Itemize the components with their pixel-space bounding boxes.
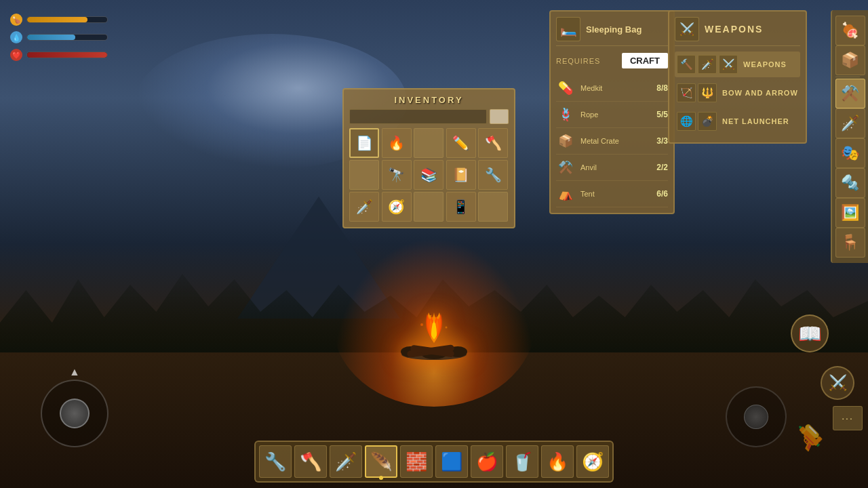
joystick-right-inner (744, 405, 768, 429)
requires-label: REQUIRES (556, 57, 600, 65)
health-bar: ❤️ (10, 49, 108, 61)
resource-count-1: 5/5 (656, 110, 668, 119)
weapons-title: WEAPONS (705, 24, 763, 35)
inventory-search-row (349, 109, 509, 124)
weapon-slot-0-2: ⚔️ (719, 55, 738, 74)
resource-row-4: ⛺ Tent 6/6 (556, 181, 668, 207)
weapon-slot-1-0: 🏹 (677, 83, 696, 102)
book-button[interactable]: 📖 (791, 314, 829, 352)
hotbar-slot-4[interactable]: 🧱 (400, 445, 433, 478)
inventory-slot-0[interactable]: 📄 (349, 128, 379, 158)
hotbar-slot-8[interactable]: 🔥 (541, 445, 574, 478)
inventory-slot-8[interactable]: 📔 (446, 160, 476, 190)
craft-button[interactable]: CRAFT (622, 53, 668, 68)
requires-row: REQUIRES CRAFT (556, 53, 668, 68)
weapons-header: ⚔️ WEAPONS (675, 17, 800, 46)
craft-resources: 💊 Medkit 8/8 🪢 Rope 5/5 📦 Metal Crate 3/… (556, 75, 668, 207)
resource-count-0: 8/8 (656, 83, 668, 93)
inventory-title: INVENTORY (349, 95, 509, 105)
weapon-category-2[interactable]: 🌐💣 NET LAUNCHER (675, 108, 800, 134)
water-fill (27, 35, 75, 40)
resource-icon-4: ⛺ (556, 184, 575, 203)
inventory-search[interactable] (349, 109, 487, 124)
inventory-slot-3[interactable]: ✏️ (446, 128, 476, 158)
weapon-category-0[interactable]: 🔨🗡️⚔️ WEAPONS (675, 52, 800, 77)
craft-panel: 🛏️ Sleeping Bag REQUIRES CRAFT 💊 Medkit … (549, 10, 675, 214)
joystick-left[interactable]: ▲ (41, 380, 108, 447)
sidebar-btn-storage-icon[interactable]: 📦 (835, 45, 865, 75)
inventory-slot-5[interactable] (349, 160, 379, 190)
weapon-slot-0-0: 🔨 (677, 55, 696, 74)
hotbar-slot-2[interactable]: 🗡️ (330, 445, 362, 478)
weapon-slot-2-0: 🌐 (677, 112, 696, 131)
resource-icon-1: 🪢 (556, 105, 575, 124)
hotbar-slot-9[interactable]: 🧭 (576, 445, 609, 478)
weapon-slots-0: 🔨🗡️⚔️ (677, 55, 738, 74)
weapon-category-1[interactable]: 🏹🔱 BOW AND ARROW (675, 80, 800, 106)
water-icon: 💧 (10, 31, 22, 43)
inventory-slot-7[interactable]: 📚 (414, 160, 443, 190)
weapons-categories: 🔨🗡️⚔️ WEAPONS 🏹🔱 BOW AND ARROW 🌐💣 NET LA… (675, 52, 800, 134)
joystick-left-inner (60, 399, 90, 428)
resource-icon-3: ⚒️ (556, 158, 575, 177)
weapon-cat-name-1: BOW AND ARROW (722, 89, 798, 97)
inventory-panel: INVENTORY 📄🔥✏️🪓🔭📚📔🔧🗡️🧭📱 (342, 88, 515, 228)
inventory-slot-14[interactable] (478, 192, 508, 222)
sidebar-icons: 🍖📦⚒️🗡️🎭🔩🖼️🪑 (835, 16, 865, 258)
inventory-slot-13[interactable]: 📱 (446, 192, 476, 222)
sidebar-btn-map-icon[interactable]: 🖼️ (835, 198, 865, 228)
sidebar-btn-craft-icon[interactable]: ⚒️ (835, 79, 865, 108)
food-bar: 🍗 (10, 14, 108, 26)
inventory-slot-9[interactable]: 🔧 (478, 160, 508, 190)
sidebar-divider (835, 77, 860, 77)
craft-header: 🛏️ Sleeping Bag (556, 17, 668, 46)
hotbar-slot-6[interactable]: 🍎 (471, 445, 503, 478)
weapon-slots-1: 🏹🔱 (677, 83, 717, 102)
hotbar-slot-5[interactable]: 🟦 (435, 445, 468, 478)
resource-name-4: Tent (580, 190, 651, 198)
inventory-grid: 📄🔥✏️🪓🔭📚📔🔧🗡️🧭📱 (349, 128, 509, 222)
inventory-slot-12[interactable] (414, 192, 443, 222)
joystick-right[interactable] (726, 386, 787, 447)
inventory-color-swatch[interactable] (490, 109, 509, 124)
resource-icon-0: 💊 (556, 79, 575, 98)
sidebar-btn-armor-icon[interactable]: 🎭 (835, 138, 865, 168)
resource-row-2: 📦 Metal Crate 3/3 (556, 128, 668, 155)
hotbar-slot-7[interactable]: 🥤 (506, 445, 538, 478)
sidebar-btn-weapons-icon[interactable]: 🗡️ (835, 108, 865, 138)
weapon-cat-name-0: WEAPONS (743, 60, 787, 68)
weapons-header-icon: ⚔️ (675, 17, 699, 41)
joystick-left-outer: ▲ (41, 380, 108, 447)
craft-item-icon: 🛏️ (556, 17, 580, 41)
inventory-slot-11[interactable]: 🧭 (382, 192, 412, 222)
food-icon: 🍗 (10, 14, 22, 26)
inventory-slot-6[interactable]: 🔭 (382, 160, 412, 190)
attack-button[interactable]: ⚔️ (821, 366, 854, 400)
joystick-up-arrow: ▲ (69, 366, 80, 378)
inventory-slot-1[interactable]: 🔥 (382, 128, 412, 158)
hotbar: 🔧🪓🗡️🪶🧱🟦🍎🥤🔥🧭 (254, 441, 614, 483)
resource-name-1: Rope (580, 110, 651, 119)
resource-count-2: 3/3 (656, 136, 668, 146)
sidebar-btn-food-icon[interactable]: 🍖 (835, 16, 865, 45)
resource-row-3: ⚒️ Anvil 2/2 (556, 155, 668, 181)
resource-count-3: 2/2 (656, 163, 668, 172)
craft-item-name: Sleeping Bag (586, 24, 642, 35)
resource-row-0: 💊 Medkit 8/8 (556, 75, 668, 102)
water-track (26, 34, 108, 41)
inventory-slot-2[interactable] (414, 128, 443, 158)
health-track (26, 52, 108, 58)
inventory-slot-4[interactable]: 🪓 (478, 128, 508, 158)
water-bar: 💧 (10, 31, 108, 43)
sidebar-btn-furniture-icon[interactable]: 🪑 (835, 228, 865, 258)
right-sidebar: 🍖📦⚒️🗡️🎭🔩🖼️🪑 (831, 10, 868, 263)
svg-point-6 (420, 323, 423, 326)
resource-icon-2: 📦 (556, 131, 575, 150)
hotbar-slot-0[interactable]: 🔧 (259, 445, 292, 478)
inventory-slot-10[interactable]: 🗡️ (349, 192, 379, 222)
hotbar-slot-1[interactable]: 🪓 (294, 445, 327, 478)
more-button[interactable]: ··· (833, 406, 863, 430)
weapon-slot-0-1: 🗡️ (698, 55, 717, 74)
hotbar-slot-3[interactable]: 🪶 (365, 445, 397, 478)
sidebar-btn-tools-icon[interactable]: 🔩 (835, 168, 865, 198)
